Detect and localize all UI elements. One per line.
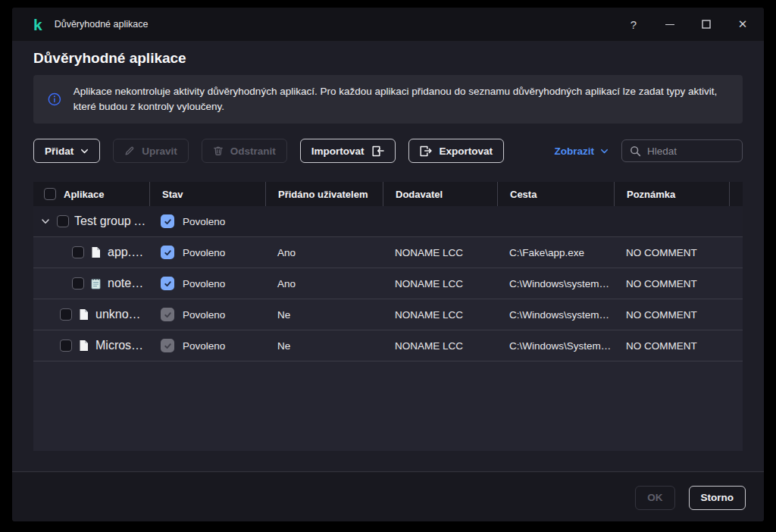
- column-header-application: Aplikace: [33, 182, 149, 206]
- view-dropdown-label: Zobrazit: [555, 146, 595, 157]
- path-cell: C:\Windows\system…: [497, 309, 614, 321]
- status-label: Povoleno: [183, 340, 225, 352]
- path-cell: C:\Fake\app.exe: [497, 247, 614, 258]
- column-header-spacer: [729, 182, 743, 206]
- table-header: Aplikace Stav Přidáno uživatelem Dodavat…: [33, 182, 743, 206]
- column-header-label: Aplikace: [64, 189, 104, 200]
- application-name: app.exe: [108, 246, 149, 259]
- status-label: Povoleno: [183, 216, 225, 227]
- vendor-cell: NONAME LCC: [383, 309, 497, 321]
- comment-cell: NO COMMENT: [614, 247, 729, 258]
- cancel-button[interactable]: Storno: [689, 486, 746, 510]
- status-label: Povoleno: [183, 278, 225, 289]
- status-checkbox-disabled: [161, 308, 174, 321]
- column-header-label: Stav: [162, 189, 183, 200]
- table-row[interactable]: Microsoft… Povoleno Ne NONAME LCC C:\Win…: [33, 330, 743, 361]
- chevron-down-icon: [600, 147, 609, 155]
- footer: OK Storno: [12, 472, 764, 521]
- row-checkbox[interactable]: [57, 215, 69, 227]
- added-by-user-cell: Ne: [265, 340, 383, 352]
- trash-icon: [213, 146, 224, 156]
- status-checkbox[interactable]: [161, 277, 174, 290]
- row-checkbox[interactable]: [72, 246, 84, 258]
- select-all-checkbox[interactable]: [44, 188, 56, 200]
- help-button[interactable]: ?: [624, 15, 643, 33]
- vendor-cell: NONAME LCC: [383, 278, 497, 289]
- chevron-down-icon: [80, 147, 89, 155]
- added-by-user-cell: Ne: [265, 309, 383, 321]
- export-button[interactable]: Exportovat: [408, 139, 505, 163]
- add-button-label: Přidat: [45, 146, 74, 157]
- info-banner: Aplikace nekontroluje aktivity důvěryhod…: [33, 75, 743, 124]
- column-header-comment: Poznámka: [614, 182, 729, 206]
- export-icon: [420, 146, 433, 157]
- application-name: notepa…: [108, 277, 149, 290]
- vendor-cell: NONAME LCC: [383, 340, 497, 352]
- minimize-icon: [665, 24, 674, 25]
- column-header-added-by-user: Přidáno uživatelem: [265, 182, 383, 206]
- application-name: Microsoft…: [95, 339, 149, 352]
- status-checkbox[interactable]: [161, 246, 174, 259]
- column-header-label: Cesta: [510, 189, 537, 200]
- close-button[interactable]: ✕: [734, 15, 752, 33]
- row-checkbox[interactable]: [72, 277, 84, 289]
- row-checkbox[interactable]: [60, 340, 72, 352]
- trusted-applications-window: k Důvěryhodné aplikace ? ✕ Důvěryhodné a…: [12, 8, 764, 521]
- vendor-cell: NONAME LCC: [383, 247, 497, 258]
- file-icon: [90, 246, 102, 258]
- path-cell: C:\Windows\System…: [497, 340, 614, 352]
- added-by-user-cell: Ano: [265, 278, 383, 289]
- search-input[interactable]: [647, 146, 734, 157]
- column-header-vendor: Dodavatel: [383, 182, 497, 206]
- search-box: [621, 139, 743, 162]
- status-checkbox-disabled: [161, 339, 174, 352]
- toolbar: Přidat Upravit Odstranit Importovat: [33, 139, 743, 163]
- table-row[interactable]: app.exe Povoleno Ano NONAME LCC C:\Fake\…: [33, 237, 743, 268]
- window-controls: ? ✕: [624, 15, 752, 33]
- group-name: Test group App: [74, 214, 149, 228]
- table-row[interactable]: unknown.… Povoleno Ne NONAME LCC C:\Wind…: [33, 299, 743, 330]
- added-by-user-cell: Ano: [265, 247, 383, 258]
- file-icon: [78, 340, 89, 352]
- pencil-icon: [124, 146, 135, 156]
- maximize-button[interactable]: [697, 15, 715, 33]
- status-label: Povoleno: [183, 309, 225, 321]
- ok-button[interactable]: OK: [635, 486, 674, 510]
- column-header-label: Dodavatel: [396, 189, 443, 200]
- file-icon: [78, 308, 89, 321]
- page-title: Důvěryhodné aplikace: [33, 49, 743, 68]
- applications-table: Aplikace Stav Přidáno uživatelem Dodavat…: [33, 182, 743, 451]
- import-button-label: Importovat: [311, 146, 365, 157]
- delete-button[interactable]: Odstranit: [202, 139, 287, 163]
- info-banner-text: Aplikace nekontroluje aktivity důvěryhod…: [74, 84, 729, 114]
- view-dropdown[interactable]: Zobrazit: [555, 146, 609, 157]
- export-button-label: Exportovat: [440, 146, 493, 157]
- info-icon: [47, 90, 62, 108]
- collapse-chevron-icon[interactable]: [39, 215, 52, 227]
- comment-cell: NO COMMENT: [614, 309, 729, 321]
- edit-button[interactable]: Upravit: [113, 139, 189, 163]
- row-checkbox[interactable]: [60, 308, 72, 321]
- column-header-status: Stav: [149, 182, 265, 206]
- comment-cell: NO COMMENT: [614, 278, 729, 289]
- application-name: unknown.…: [95, 308, 149, 321]
- column-header-label: Poznámka: [627, 189, 675, 200]
- window-title: Důvěryhodné aplikace: [55, 19, 149, 30]
- maximize-icon: [702, 20, 711, 29]
- kaspersky-logo-icon: k: [33, 17, 42, 33]
- minimize-button[interactable]: [661, 15, 679, 33]
- table-row[interactable]: notepa… Povoleno Ano NONAME LCC C:\Windo…: [33, 268, 743, 299]
- add-button[interactable]: Přidat: [33, 139, 100, 163]
- delete-button-label: Odstranit: [230, 146, 276, 157]
- edit-button-label: Upravit: [142, 146, 177, 157]
- notepad-icon: [90, 277, 102, 289]
- path-cell: C:\Windows\system…: [497, 278, 614, 289]
- search-icon: [630, 146, 641, 157]
- status-checkbox[interactable]: [161, 214, 174, 228]
- import-icon: [371, 146, 384, 157]
- status-label: Povoleno: [183, 247, 225, 258]
- table-row-group[interactable]: Test group App Povoleno: [33, 206, 743, 237]
- import-button[interactable]: Importovat: [300, 139, 396, 163]
- column-header-label: Přidáno uživatelem: [278, 189, 368, 200]
- comment-cell: NO COMMENT: [614, 340, 729, 352]
